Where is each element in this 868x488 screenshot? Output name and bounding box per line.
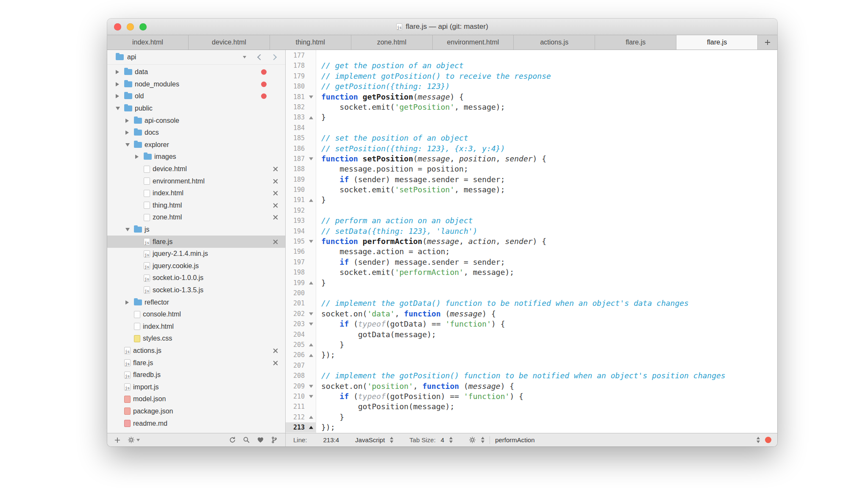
tree-file-flare.js[interactable]: flare.js [107, 357, 285, 369]
fold-marker-down-icon[interactable] [309, 158, 313, 161]
tree-file-socket.io-1.3.5.js[interactable]: socket.io-1.3.5.js [107, 284, 285, 297]
code-line[interactable]: function setPosition(message, position, … [316, 154, 777, 164]
code-area[interactable]: // get the postion of an object// implem… [316, 50, 777, 433]
tree-folder-node_modules[interactable]: node_modules [107, 78, 285, 91]
language-stepper-icon[interactable] [390, 437, 393, 443]
fold-marker-up-icon[interactable] [309, 426, 313, 429]
back-arrow-icon[interactable] [257, 54, 263, 60]
code-line[interactable] [316, 123, 777, 133]
code-line[interactable]: // get the postion of an object [316, 61, 777, 71]
cursor-position[interactable]: 213:4 [323, 436, 339, 444]
fold-marker-up-icon[interactable] [309, 199, 313, 202]
code-line[interactable]: } [316, 340, 777, 350]
tab-environment.html[interactable]: environment.html [433, 35, 514, 50]
tree-file-environment.html[interactable]: environment.html [107, 175, 285, 187]
tree-folder-explorer[interactable]: explorer [107, 139, 285, 151]
close-icon[interactable] [273, 239, 278, 245]
fold-marker-down-icon[interactable] [309, 385, 313, 388]
language-selector[interactable]: JavaScript [355, 436, 385, 444]
tree-file-styles.css[interactable]: styles.css [107, 333, 285, 345]
tree-folder-api-console[interactable]: api-console [107, 114, 285, 127]
close-icon[interactable] [273, 360, 278, 366]
scroll-stepper-icon[interactable] [757, 437, 760, 443]
disclosure-expanded-icon[interactable] [116, 107, 124, 110]
fold-marker-up-icon[interactable] [309, 281, 313, 284]
fold-marker-down-icon[interactable] [309, 240, 313, 243]
code-line[interactable]: gotData(message); [316, 330, 777, 340]
tab-flare.js[interactable]: flare.js [676, 35, 758, 50]
tree-file-jquery.cookie.js[interactable]: jquery.cookie.js [107, 260, 285, 272]
code-line[interactable]: // setPosition({thing: 123}, {x:3, y:4}) [316, 144, 777, 154]
status-dot-icon[interactable] [765, 437, 771, 443]
git-branch-icon[interactable] [271, 436, 278, 444]
tree-file-import.js[interactable]: import.js [107, 381, 285, 393]
tree-file-device.html[interactable]: device.html [107, 163, 285, 175]
disclosure-collapsed-icon[interactable] [116, 82, 124, 86]
tab-size-value[interactable]: 4 [441, 436, 444, 444]
grammar-stepper-icon[interactable] [481, 437, 484, 443]
search-icon[interactable] [243, 436, 250, 444]
code-line[interactable]: // implement the gotData() function to b… [316, 298, 777, 308]
code-line[interactable]: socket.on('data', function (message) { [316, 309, 777, 319]
fold-marker-down-icon[interactable] [309, 312, 313, 315]
tab-flare.js[interactable]: flare.js [595, 35, 676, 50]
disclosure-collapsed-icon[interactable] [116, 94, 124, 98]
disclosure-expanded-icon[interactable] [125, 228, 134, 231]
close-window-button[interactable] [114, 23, 121, 30]
code-line[interactable]: if (typeof(gotPosition) == 'function') { [316, 391, 777, 402]
minimize-window-button[interactable] [127, 23, 134, 30]
fold-marker-up-icon[interactable] [309, 344, 313, 347]
tree-file-socket.io-1.0.0.js[interactable]: socket.io-1.0.0.js [107, 272, 285, 284]
code-line[interactable]: // implement the gotPosition() function … [316, 371, 777, 381]
tab-size-stepper-icon[interactable] [449, 437, 453, 443]
tab-actions.js[interactable]: actions.js [514, 35, 595, 50]
close-icon[interactable] [273, 190, 278, 196]
tree-file-flare.js[interactable]: flare.js [107, 236, 285, 248]
code-line[interactable]: message.position = position; [316, 164, 777, 174]
disclosure-collapsed-icon[interactable] [125, 130, 134, 135]
disclosure-collapsed-icon[interactable] [125, 119, 134, 123]
tree-file-flaredb.js[interactable]: flaredb.js [107, 369, 285, 381]
tab-zone.html[interactable]: zone.html [351, 35, 433, 50]
code-line[interactable]: }); [316, 422, 777, 433]
tree-file-index.html[interactable]: index.html [107, 320, 285, 333]
code-line[interactable]: function performAction(message, action, … [316, 236, 777, 247]
code-line[interactable]: if (sender) message.sender = sender; [316, 175, 777, 185]
tree-folder-images[interactable]: images [107, 151, 285, 163]
zoom-window-button[interactable] [139, 23, 147, 30]
tree-folder-old[interactable]: old [107, 90, 285, 103]
close-icon[interactable] [273, 202, 278, 208]
code-line[interactable]: socket.emit('getPosition', message); [316, 102, 777, 112]
fold-marker-down-icon[interactable] [309, 95, 313, 98]
tree-folder-js[interactable]: js [107, 224, 285, 236]
code-line[interactable]: socket.emit('performAction', message); [316, 267, 777, 277]
code-line[interactable] [316, 205, 777, 216]
new-tab-button[interactable] [758, 35, 777, 50]
code-line[interactable]: } [316, 112, 777, 122]
disclosure-collapsed-icon[interactable] [116, 70, 124, 74]
code-line[interactable]: // set the position of an object [316, 133, 777, 143]
tree-folder-reflector[interactable]: reflector [107, 296, 285, 308]
tree-folder-public[interactable]: public [107, 103, 285, 115]
code-line[interactable]: if (typeof(gotData) == 'function') { [316, 319, 777, 329]
code-line[interactable]: } [316, 278, 777, 288]
tree-file-thing.html[interactable]: thing.html [107, 200, 285, 212]
code-line[interactable]: }); [316, 350, 777, 360]
code-line[interactable]: message.action = action; [316, 247, 777, 257]
code-line[interactable]: socket.emit('setPosition', message); [316, 185, 777, 195]
code-line[interactable]: // getPosition({thing: 123}) [316, 81, 777, 92]
code-line[interactable]: // implement gotPosition() to receive th… [316, 71, 777, 81]
close-icon[interactable] [273, 214, 278, 220]
gear-icon[interactable] [469, 436, 476, 444]
fold-marker-up-icon[interactable] [309, 416, 313, 419]
editor-pane[interactable]: 1771781791801811821831841851861871881891… [286, 50, 777, 433]
close-icon[interactable] [273, 348, 278, 354]
tree-file-zone.html[interactable]: zone.html [107, 211, 285, 224]
code-line[interactable]: } [316, 195, 777, 205]
fold-marker-down-icon[interactable] [309, 395, 313, 398]
code-line[interactable]: socket.on('position', function (message)… [316, 381, 777, 391]
tree-file-package.json[interactable]: package.json [107, 405, 285, 418]
close-icon[interactable] [273, 166, 278, 172]
tree-file-actions.js[interactable]: actions.js [107, 345, 285, 357]
tab-thing.html[interactable]: thing.html [270, 35, 351, 50]
